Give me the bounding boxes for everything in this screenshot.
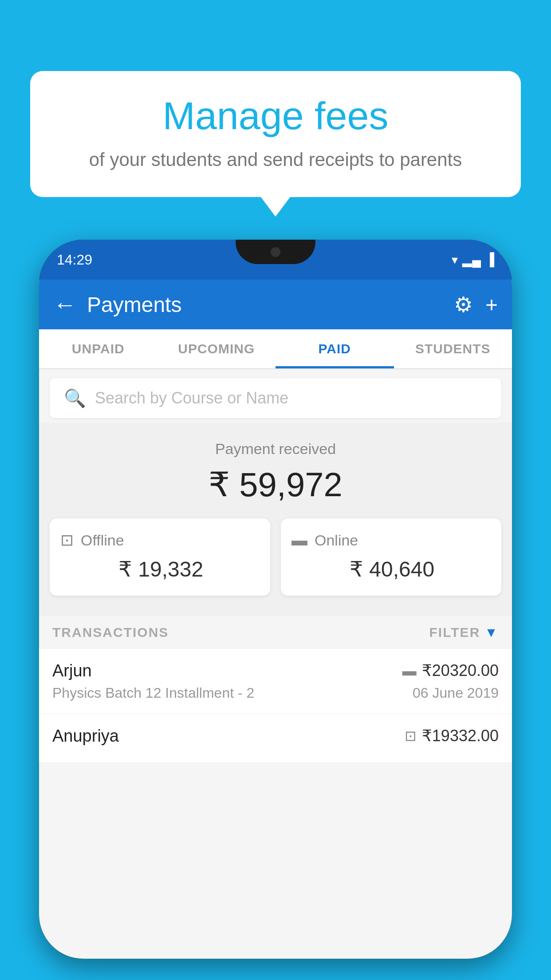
transaction-amount-icon: ⊡ xyxy=(405,727,417,744)
filter-icon: ▼ xyxy=(484,625,499,640)
status-time: 14:29 xyxy=(57,252,92,268)
bubble-subtitle: of your students and send receipts to pa… xyxy=(57,149,494,170)
transaction-amount-wrap: ⊡ ₹19332.00 xyxy=(405,727,499,745)
search-input[interactable]: Search by Course or Name xyxy=(95,389,288,407)
transaction-top: Arjun ▬ ₹20320.00 xyxy=(52,661,499,680)
transaction-bottom: Physics Batch 12 Installment - 2 06 June… xyxy=(52,685,499,701)
filter-label: FILTER xyxy=(429,625,480,640)
tab-paid[interactable]: PAID xyxy=(276,329,394,368)
battery-icon: ▐ xyxy=(485,253,494,267)
transaction-course: Physics Batch 12 Installment - 2 xyxy=(52,685,254,701)
app-bar-actions: ⚙ + xyxy=(454,292,498,317)
transaction-amount: ₹20320.00 xyxy=(422,661,499,680)
screen: ← Payments ⚙ + UNPAID UPCOMING PAID STUD… xyxy=(39,280,512,959)
settings-icon[interactable]: ⚙ xyxy=(454,292,473,317)
phone-notch xyxy=(236,240,315,264)
phone-frame: 14:29 ▾ ▂▄ ▐ ← Payments ⚙ + UNPAID UPCOM… xyxy=(39,240,512,959)
offline-amount: ₹ 19,332 xyxy=(60,557,260,581)
back-button[interactable]: ← xyxy=(53,291,76,318)
table-row[interactable]: Anupriya ⊡ ₹19332.00 xyxy=(39,714,512,763)
online-amount: ₹ 40,640 xyxy=(291,557,491,581)
offline-icon: ⊡ xyxy=(60,531,74,549)
offline-card: ⊡ Offline ₹ 19,332 xyxy=(50,518,270,596)
payment-cards: ⊡ Offline ₹ 19,332 ▬ Online ₹ 40,640 xyxy=(39,518,512,596)
transaction-top: Anupriya ⊡ ₹19332.00 xyxy=(52,727,499,746)
wifi-icon: ▾ xyxy=(452,253,458,267)
transactions-label: TRANSACTIONS xyxy=(52,625,169,640)
offline-card-header: ⊡ Offline xyxy=(60,531,260,549)
add-icon[interactable]: + xyxy=(485,292,498,317)
online-label: Online xyxy=(315,532,358,549)
payment-summary: Payment received ₹ 59,972 ⊡ Offline ₹ 19… xyxy=(39,423,512,616)
transaction-amount-wrap: ▬ ₹20320.00 xyxy=(402,661,499,680)
bubble-title: Manage fees xyxy=(57,93,494,138)
transaction-name: Anupriya xyxy=(52,727,119,746)
transaction-amount-icon: ▬ xyxy=(402,663,417,679)
transaction-date: 06 June 2019 xyxy=(413,685,499,701)
online-card: ▬ Online ₹ 40,640 xyxy=(281,518,501,596)
app-bar: ← Payments ⚙ + xyxy=(39,280,512,329)
speech-bubble: Manage fees of your students and send re… xyxy=(30,71,521,197)
transactions-header: TRANSACTIONS FILTER ▼ xyxy=(39,616,512,649)
status-bar: 14:29 ▾ ▂▄ ▐ xyxy=(39,240,512,280)
camera xyxy=(271,247,280,257)
online-card-header: ▬ Online xyxy=(291,531,491,549)
screen-title: Payments xyxy=(87,292,454,317)
transaction-name: Arjun xyxy=(52,661,92,680)
tab-upcoming[interactable]: UPCOMING xyxy=(157,329,276,368)
online-icon: ▬ xyxy=(291,531,307,549)
search-icon: 🔍 xyxy=(64,388,86,409)
status-icons: ▾ ▂▄ ▐ xyxy=(452,253,494,267)
filter-button[interactable]: FILTER ▼ xyxy=(429,625,499,640)
table-row[interactable]: Arjun ▬ ₹20320.00 Physics Batch 12 Insta… xyxy=(39,649,512,714)
payment-label: Payment received xyxy=(39,440,512,458)
tab-students[interactable]: STUDENTS xyxy=(394,329,512,368)
payment-amount: ₹ 59,972 xyxy=(39,465,512,504)
tabs: UNPAID UPCOMING PAID STUDENTS xyxy=(39,329,512,369)
transaction-amount: ₹19332.00 xyxy=(422,727,499,745)
offline-label: Offline xyxy=(81,532,124,549)
search-bar[interactable]: 🔍 Search by Course or Name xyxy=(50,378,501,418)
signal-icon: ▂▄ xyxy=(462,253,481,267)
tab-unpaid[interactable]: UNPAID xyxy=(39,329,157,368)
